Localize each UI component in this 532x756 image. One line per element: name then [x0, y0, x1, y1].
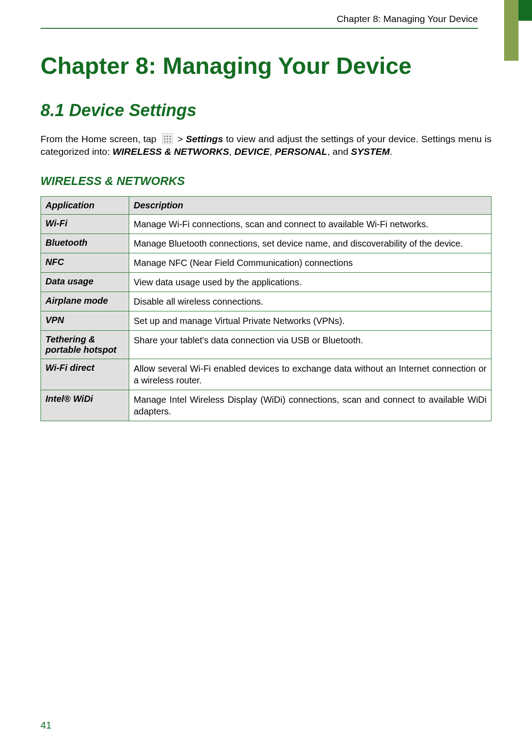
desc-cell: Manage NFC (Near Field Communication) co…	[129, 253, 491, 272]
table-row: Wi-Fi Manage Wi-Fi connections, scan and…	[41, 214, 491, 234]
desc-cell: View data usage used by the applications…	[129, 272, 491, 292]
intro-paragraph: From the Home screen, tap > Settings to …	[41, 133, 491, 158]
desc-cell: Allow several Wi-Fi enabled devices to e…	[129, 359, 491, 390]
document-page: Chapter 8: Managing Your Device Chapter …	[0, 0, 532, 756]
table-row: VPN Set up and manage Virtual Private Ne…	[41, 311, 491, 330]
app-cell: Airplane mode	[41, 292, 129, 311]
desc-cell: Manage Intel Wireless Display (WiDi) con…	[129, 390, 491, 421]
app-cell: VPN	[41, 311, 129, 330]
desc-cell: Share your tablet's data connection via …	[129, 330, 491, 359]
table-row: Bluetooth Manage Bluetooth connections, …	[41, 234, 491, 253]
tab-green	[518, 0, 532, 21]
table-header-row: Application Description	[41, 196, 491, 214]
table-row: NFC Manage NFC (Near Field Communication…	[41, 253, 491, 272]
intro-gt: >	[175, 134, 186, 144]
intro-prefix: From the Home screen, tap	[41, 134, 159, 144]
col-header-application: Application	[41, 196, 129, 214]
cat-wireless: WIRELESS & NETWORKS	[113, 146, 229, 157]
table-row: Data usage View data usage used by the a…	[41, 272, 491, 292]
table-row: Tethering & portable hotspot Share your …	[41, 330, 491, 359]
desc-cell: Set up and manage Virtual Private Networ…	[129, 311, 491, 330]
settings-table: Application Description Wi-Fi Manage Wi-…	[41, 196, 491, 421]
table-row: Wi-Fi direct Allow several Wi-Fi enabled…	[41, 359, 491, 390]
cat-personal: PERSONAL	[275, 146, 327, 157]
cat-system: SYSTEM	[351, 146, 390, 157]
chapter-title: Chapter 8: Managing Your Device	[41, 51, 491, 81]
desc-cell: Manage Wi-Fi connections, scan and conne…	[129, 214, 491, 234]
table-row: Airplane mode Disable all wireless conne…	[41, 292, 491, 311]
desc-cell: Disable all wireless connections.	[129, 292, 491, 311]
settings-word: Settings	[186, 134, 223, 144]
app-cell: Data usage	[41, 272, 129, 292]
app-cell: Bluetooth	[41, 234, 129, 253]
subsection-title: WIRELESS & NETWORKS	[41, 174, 491, 188]
running-header: Chapter 8: Managing Your Device	[41, 14, 478, 29]
page-corner-tabs	[504, 0, 532, 61]
apps-icon	[162, 133, 173, 144]
app-cell: Wi-Fi direct	[41, 359, 129, 390]
page-number: 41	[41, 720, 51, 731]
app-cell: Intel® WiDi	[41, 390, 129, 421]
app-cell: NFC	[41, 253, 129, 272]
tab-olive	[504, 0, 518, 61]
col-header-description: Description	[129, 196, 491, 214]
app-cell: Tethering & portable hotspot	[41, 330, 129, 359]
intro-end: .	[390, 146, 392, 157]
app-cell: Wi-Fi	[41, 214, 129, 234]
table-row: Intel® WiDi Manage Intel Wireless Displa…	[41, 390, 491, 421]
section-title: 8.1 Device Settings	[41, 101, 491, 120]
cat-device: DEVICE	[234, 146, 270, 157]
desc-cell: Manage Bluetooth connections, set device…	[129, 234, 491, 253]
